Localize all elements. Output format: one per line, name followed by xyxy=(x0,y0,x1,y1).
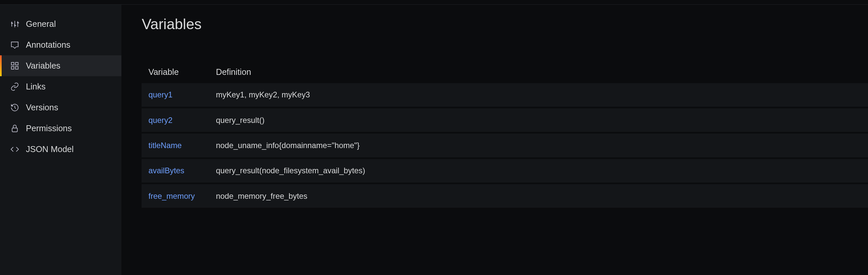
sidebar-item-label: General xyxy=(26,19,56,29)
sidebar-item-json-model[interactable]: JSON Model xyxy=(0,139,121,160)
variable-name-link[interactable]: availBytes xyxy=(149,166,184,175)
variable-definition: node_memory_free_bytes xyxy=(209,184,868,208)
layout: General Annotations Variables Links xyxy=(0,5,868,275)
main-header: Variables New xyxy=(142,16,868,33)
table-row: availBytesquery_result(node_filesystem_a… xyxy=(142,159,868,183)
sidebar-item-permissions[interactable]: Permissions xyxy=(0,118,121,139)
svg-rect-3 xyxy=(15,66,18,69)
main-content: Variables New Variable Definition query1… xyxy=(121,5,868,275)
variable-name-link[interactable]: query1 xyxy=(149,90,173,99)
comment-icon xyxy=(10,40,19,49)
sidebar-item-label: Annotations xyxy=(26,40,70,50)
svg-rect-2 xyxy=(11,66,14,69)
column-header-variable: Variable xyxy=(142,63,209,81)
svg-rect-1 xyxy=(15,62,18,65)
page-title: Variables xyxy=(142,16,202,32)
table-row: query2query_result() xyxy=(142,108,868,132)
table-row: titleNamenode_uname_info{domainname="hom… xyxy=(142,134,868,157)
variable-definition: query_result() xyxy=(209,108,868,132)
variable-name-link[interactable]: query2 xyxy=(149,116,173,125)
sliders-icon xyxy=(10,20,19,28)
variable-definition: query_result(node_filesystem_avail_bytes… xyxy=(209,159,868,183)
sidebar-item-general[interactable]: General xyxy=(0,13,121,34)
sidebar-item-versions[interactable]: Versions xyxy=(0,97,121,118)
column-header-definition: Definition xyxy=(209,63,868,81)
sidebar-item-label: Links xyxy=(26,82,45,91)
sidebar-item-variables[interactable]: Variables xyxy=(0,55,121,76)
svg-rect-0 xyxy=(11,62,14,65)
variable-name-link[interactable]: free_memory xyxy=(149,192,195,200)
history-icon xyxy=(10,103,19,112)
lock-icon xyxy=(10,124,19,133)
sidebar: General Annotations Variables Links xyxy=(0,5,121,275)
code-icon xyxy=(10,145,19,154)
sidebar-item-label: Permissions xyxy=(26,123,72,133)
grid-icon xyxy=(10,61,19,70)
sidebar-item-label: Versions xyxy=(26,103,58,112)
variables-table: Variable Definition query1myKey1, myKey2… xyxy=(142,61,868,210)
sidebar-item-links[interactable]: Links xyxy=(0,76,121,97)
topbar xyxy=(0,0,868,5)
variable-definition: myKey1, myKey2, myKey3 xyxy=(209,83,868,107)
variable-definition: node_uname_info{domainname="home"} xyxy=(209,134,868,157)
svg-rect-4 xyxy=(12,128,17,132)
link-icon xyxy=(10,82,19,91)
sidebar-item-annotations[interactable]: Annotations xyxy=(0,34,121,55)
table-row: query1myKey1, myKey2, myKey3 xyxy=(142,83,868,107)
sidebar-item-label: Variables xyxy=(26,61,60,71)
variable-name-link[interactable]: titleName xyxy=(149,141,182,150)
sidebar-item-label: JSON Model xyxy=(26,144,74,154)
table-row: free_memorynode_memory_free_bytes xyxy=(142,184,868,208)
